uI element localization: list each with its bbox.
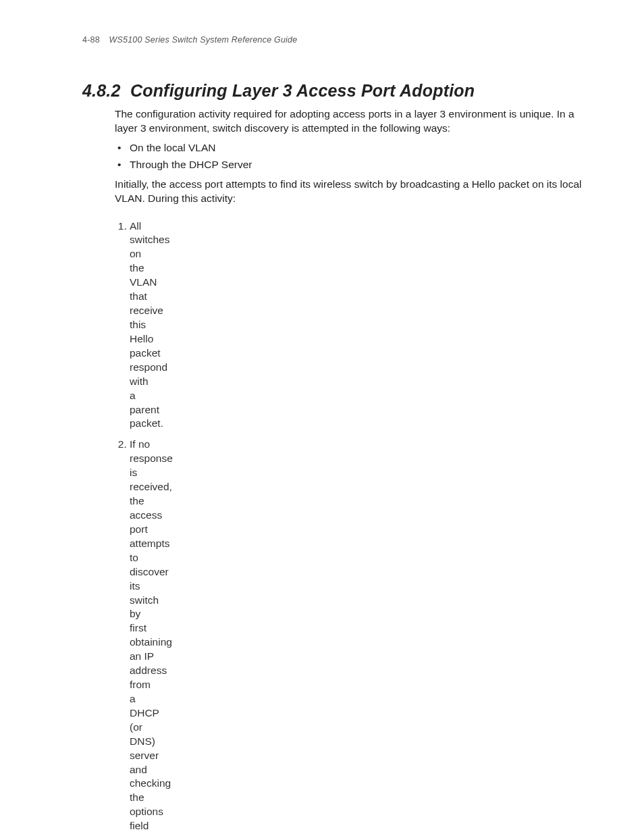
- hello-paragraph: Initially, the access port attempts to f…: [115, 178, 585, 206]
- guide-title: WS5100 Series Switch System Reference Gu…: [109, 35, 298, 45]
- list-item: If no response is received, the access p…: [130, 438, 157, 834]
- list-item: Through the DHCP Server: [130, 158, 585, 172]
- steps-list: All switches on the VLAN that receive th…: [130, 215, 157, 834]
- discovery-ways-list: On the local VLAN Through the DHCP Serve…: [130, 141, 585, 172]
- page-number: 4-88: [82, 35, 100, 45]
- running-header: 4-88 WS5100 Series Switch System Referen…: [82, 35, 585, 45]
- intro-paragraph: The configuration activity required for …: [115, 107, 585, 136]
- list-item: All switches on the VLAN that receive th…: [130, 219, 157, 432]
- list-item: On the local VLAN: [130, 141, 585, 155]
- section-482-heading: 4.8.2 Configuring Layer 3 Access Port Ad…: [82, 81, 585, 101]
